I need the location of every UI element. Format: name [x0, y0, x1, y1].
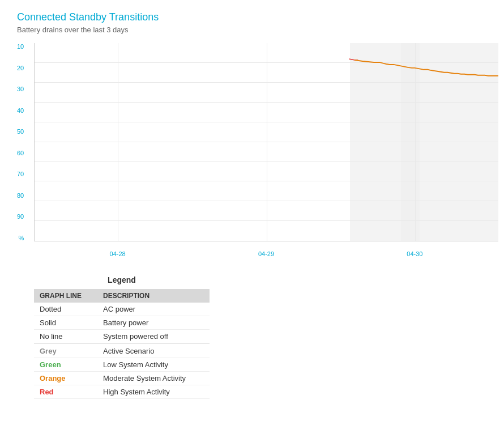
chart-svg — [35, 43, 498, 241]
y-label-60: 60 — [17, 150, 24, 156]
y-label-90: 90 — [17, 213, 24, 220]
legend-row-orange: Orange Moderate System Activity — [34, 372, 210, 385]
legend-desc-moderate-activity: Moderate System Activity — [97, 372, 210, 385]
legend-color-grey: Grey — [34, 343, 97, 358]
legend-line-type-solid: Solid — [34, 316, 97, 330]
y-label-10: 10 — [17, 43, 24, 50]
grey-label: Grey — [40, 347, 57, 355]
legend-container: Legend GRAPH LINE DESCRIPTION Dotted AC … — [34, 275, 210, 399]
y-label-70: 70 — [17, 171, 24, 177]
y-axis: % 90 80 70 60 50 40 30 20 10 — [17, 43, 26, 241]
legend-col-graph-line: GRAPH LINE — [34, 289, 97, 303]
y-label-20: 20 — [17, 65, 24, 71]
legend-row-green: Green Low System Activity — [34, 358, 210, 372]
legend-row-dotted: Dotted AC power — [34, 303, 210, 316]
y-label-30: 30 — [17, 86, 24, 92]
legend-color-orange: Orange — [34, 372, 97, 385]
legend-desc-low-activity: Low System Activity — [97, 358, 210, 372]
legend-color-red: Red — [34, 385, 97, 399]
legend-row-noline: No line System powered off — [34, 330, 210, 343]
x-labels: 04-28 04-29 04-30 — [34, 241, 498, 258]
legend-row-solid: Solid Battery power — [34, 316, 210, 330]
chart-inner — [34, 43, 498, 241]
legend-desc-ac-power: AC power — [97, 303, 210, 316]
orange-battery-line — [354, 60, 498, 76]
red-label: Red — [40, 388, 54, 396]
x-label-429: 04-29 — [258, 250, 274, 257]
legend-divider-row: Grey Active Scenario — [34, 343, 210, 358]
legend-row-red: Red High System Activity — [34, 385, 210, 399]
y-axis-percent-label: % — [18, 235, 24, 241]
green-label: Green — [40, 360, 61, 369]
legend-header-row: GRAPH LINE DESCRIPTION — [34, 289, 210, 303]
legend-line-type-dotted: Dotted — [34, 303, 97, 316]
legend-desc-high-activity: High System Activity — [97, 385, 210, 399]
legend-table: GRAPH LINE DESCRIPTION Dotted AC power S… — [34, 289, 210, 399]
legend-desc-powered-off: System powered off — [97, 330, 210, 343]
y-label-80: 80 — [17, 192, 24, 199]
chart-subtitle: Battery drains over the last 3 days — [17, 26, 487, 34]
orange-label: Orange — [40, 374, 66, 382]
chart-area: % 90 80 70 60 50 40 30 20 10 — [34, 43, 498, 258]
legend-desc-active-scenario: Active Scenario — [97, 343, 210, 358]
x-label-430: 04-30 — [407, 250, 422, 257]
legend-title: Legend — [34, 275, 210, 284]
y-label-40: 40 — [17, 107, 24, 114]
legend-line-type-noline: No line — [34, 330, 97, 343]
legend-col-description: DESCRIPTION — [97, 289, 210, 303]
legend-desc-battery-power: Battery power — [97, 316, 210, 330]
x-label-428: 04-28 — [110, 250, 126, 257]
chart-title: Connected Standby Transitions — [17, 11, 487, 23]
y-label-50: 50 — [17, 128, 24, 135]
legend-color-green: Green — [34, 358, 97, 372]
